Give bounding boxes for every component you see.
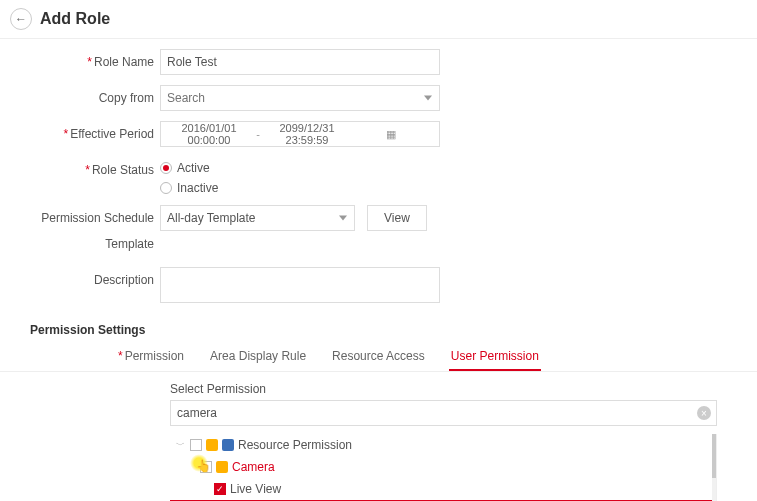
radio-inactive-label: Inactive xyxy=(177,181,218,195)
tab-resource-access[interactable]: Resource Access xyxy=(330,343,427,371)
perm-template-select[interactable] xyxy=(160,205,355,231)
radio-inactive[interactable]: Inactive xyxy=(160,181,440,195)
copy-from-select[interactable] xyxy=(160,85,440,111)
tab-area-display[interactable]: Area Display Rule xyxy=(208,343,308,371)
tree-scrollbar[interactable] xyxy=(712,434,716,501)
label-perm-template: Permission Schedule Template xyxy=(0,205,160,257)
clear-search-icon[interactable]: × xyxy=(697,406,711,420)
label-role-status: Role Status xyxy=(0,157,160,183)
permission-settings-heading: Permission Settings xyxy=(0,313,757,343)
role-name-input[interactable] xyxy=(160,49,440,75)
checkbox[interactable] xyxy=(200,461,212,473)
tree-node-resource-permission[interactable]: ﹀ Resource Permission xyxy=(170,434,712,456)
tree-node-camera[interactable]: Camera xyxy=(170,456,712,478)
label-description: Description xyxy=(0,267,160,293)
checkbox[interactable] xyxy=(214,483,226,495)
tree-label: Camera xyxy=(232,460,275,474)
permission-tree: ﹀ Resource Permission Camera Live View P… xyxy=(170,434,717,501)
folder-icon xyxy=(206,439,218,451)
tree-label: Resource Permission xyxy=(238,438,352,452)
radio-active-label: Active xyxy=(177,161,210,175)
period-dash: - xyxy=(251,128,265,140)
chevron-down-icon: ﹀ xyxy=(176,439,186,452)
resource-icon xyxy=(222,439,234,451)
radio-dot-icon xyxy=(160,182,172,194)
description-textarea[interactable] xyxy=(160,267,440,303)
effective-period-picker[interactable]: 2016/01/01 00:00:00 - 2099/12/31 23:59:5… xyxy=(160,121,440,147)
tree-label: Live View xyxy=(230,482,281,496)
highlight-icon xyxy=(190,454,208,472)
radio-active[interactable]: Active xyxy=(160,161,440,175)
radio-dot-icon xyxy=(160,162,172,174)
checkbox[interactable] xyxy=(190,439,202,451)
back-icon[interactable]: ← xyxy=(10,8,32,30)
label-role-name: Role Name xyxy=(0,49,160,75)
period-end: 2099/12/31 23:59:59 xyxy=(265,122,349,146)
page-title: Add Role xyxy=(40,10,110,28)
view-button[interactable]: View xyxy=(367,205,427,231)
label-effective-period: Effective Period xyxy=(0,121,160,147)
tab-permission[interactable]: *Permission xyxy=(116,343,186,371)
tree-node-live-view[interactable]: Live View xyxy=(170,478,712,500)
label-copy-from: Copy from xyxy=(0,85,160,111)
permission-search-input[interactable] xyxy=(170,400,717,426)
period-start: 2016/01/01 00:00:00 xyxy=(167,122,251,146)
calendar-icon: ▦ xyxy=(349,128,433,141)
tab-user-permission[interactable]: User Permission xyxy=(449,343,541,371)
folder-icon xyxy=(216,461,228,473)
select-permission-label: Select Permission xyxy=(170,382,717,396)
